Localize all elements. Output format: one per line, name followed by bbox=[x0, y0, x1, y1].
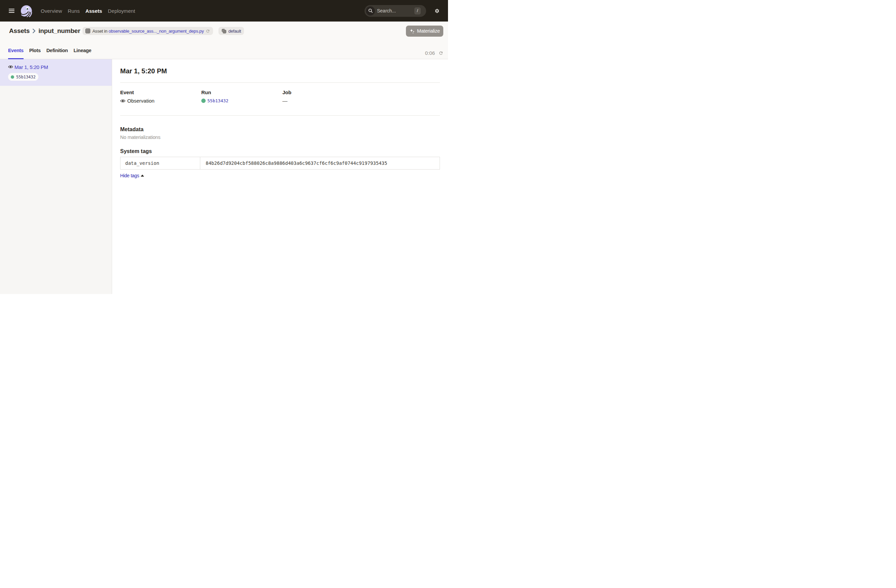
run-id-text: 55b13432 bbox=[16, 75, 36, 79]
search-shortcut-key: / bbox=[414, 8, 421, 14]
refresh-countdown: 0:06 bbox=[425, 50, 435, 56]
sparkles-icon bbox=[409, 28, 415, 34]
refresh-icon bbox=[439, 51, 443, 56]
search-icon bbox=[366, 6, 375, 15]
job-column-label: Job bbox=[282, 90, 364, 96]
asset-definition-chip: Asset in observable_source_ass..._non_ar… bbox=[82, 27, 213, 35]
breadcrumb-assets-link[interactable]: Assets bbox=[9, 27, 30, 35]
run-status-dot bbox=[11, 75, 14, 79]
nav-links: Overview Runs Assets Deployment bbox=[41, 8, 135, 14]
page-title: input_number bbox=[38, 27, 80, 35]
nav-item-overview[interactable]: Overview bbox=[41, 8, 62, 14]
nav-item-runs[interactable]: Runs bbox=[68, 8, 79, 14]
settings-button[interactable] bbox=[434, 8, 440, 14]
nav-item-deployment[interactable]: Deployment bbox=[108, 8, 135, 14]
hide-tags-link[interactable]: Hide tags bbox=[120, 173, 144, 178]
run-status-dot bbox=[201, 99, 206, 103]
refresh-button[interactable] bbox=[439, 51, 443, 56]
stacked-tables-icon bbox=[221, 29, 226, 33]
page-header: Assets input_number Asset in observable_… bbox=[0, 21, 448, 59]
event-timestamp-link[interactable]: Mar 1, 5:20 PM bbox=[14, 64, 48, 70]
materialize-button[interactable]: Materialize bbox=[406, 26, 443, 36]
reload-icon[interactable] bbox=[206, 29, 210, 33]
run-id-link[interactable]: 55b13432 bbox=[207, 97, 229, 104]
event-list-item-selected[interactable]: Mar 1, 5:20 PM 55b13432 bbox=[0, 59, 112, 86]
event-detail-panel: Mar 1, 5:20 PM Event Observation Run 55b… bbox=[112, 59, 448, 294]
divider bbox=[120, 82, 440, 83]
event-type-value: Observation bbox=[127, 97, 154, 104]
search-placeholder: Search... bbox=[377, 8, 396, 14]
hamburger-menu-button[interactable] bbox=[5, 5, 17, 17]
group-chip[interactable]: default bbox=[218, 27, 244, 35]
system-tags-table: data_version 84b26d7d9204cbf588026c8a988… bbox=[120, 157, 440, 170]
search-input[interactable]: Search... / bbox=[364, 5, 426, 17]
metadata-empty-text: No materializations bbox=[120, 134, 440, 141]
run-column-label: Run bbox=[201, 90, 282, 96]
system-tags-heading: System tags bbox=[120, 148, 440, 154]
tab-plots[interactable]: Plots bbox=[29, 47, 41, 59]
tab-bar: Events Plots Definition Lineage bbox=[8, 47, 91, 59]
event-detail-title: Mar 1, 5:20 PM bbox=[120, 67, 440, 75]
divider bbox=[120, 115, 440, 116]
table-icon bbox=[85, 29, 90, 33]
asset-chip-prefix: Asset in bbox=[92, 29, 107, 33]
nav-item-assets[interactable]: Assets bbox=[85, 8, 102, 14]
observation-eye-icon bbox=[120, 99, 125, 103]
breadcrumb: Assets input_number Asset in observable_… bbox=[9, 21, 443, 40]
asset-file-link[interactable]: observable_source_ass..._non_argument_de… bbox=[108, 29, 204, 33]
top-nav: Overview Runs Assets Deployment Search..… bbox=[0, 0, 448, 21]
tab-definition[interactable]: Definition bbox=[46, 47, 68, 59]
tab-lineage[interactable]: Lineage bbox=[74, 47, 91, 59]
observation-eye-icon bbox=[8, 65, 13, 69]
job-empty-value: — bbox=[282, 97, 288, 104]
event-list-sidebar: Mar 1, 5:20 PM 55b13432 bbox=[0, 59, 112, 294]
gear-icon bbox=[434, 8, 440, 14]
refresh-control: 0:06 bbox=[425, 50, 443, 56]
event-column-label: Event bbox=[120, 90, 201, 96]
dagster-logo[interactable] bbox=[20, 5, 33, 17]
breadcrumb-chevron-icon bbox=[32, 29, 36, 33]
group-chip-label: default bbox=[228, 29, 241, 33]
run-id-chip[interactable]: 55b13432 bbox=[8, 73, 38, 81]
tag-value-cell: 84b26d7d9204cbf588026c8a9886d403a6c9637c… bbox=[200, 157, 440, 169]
event-summary-row: Event Observation Run 55b13432 Job bbox=[120, 90, 440, 104]
metadata-heading: Metadata bbox=[120, 126, 440, 132]
caret-up-icon bbox=[141, 175, 144, 176]
tag-key-cell: data_version bbox=[120, 157, 200, 169]
tab-events[interactable]: Events bbox=[8, 47, 24, 59]
hide-tags-label: Hide tags bbox=[120, 173, 139, 178]
materialize-label: Materialize bbox=[417, 28, 440, 33]
